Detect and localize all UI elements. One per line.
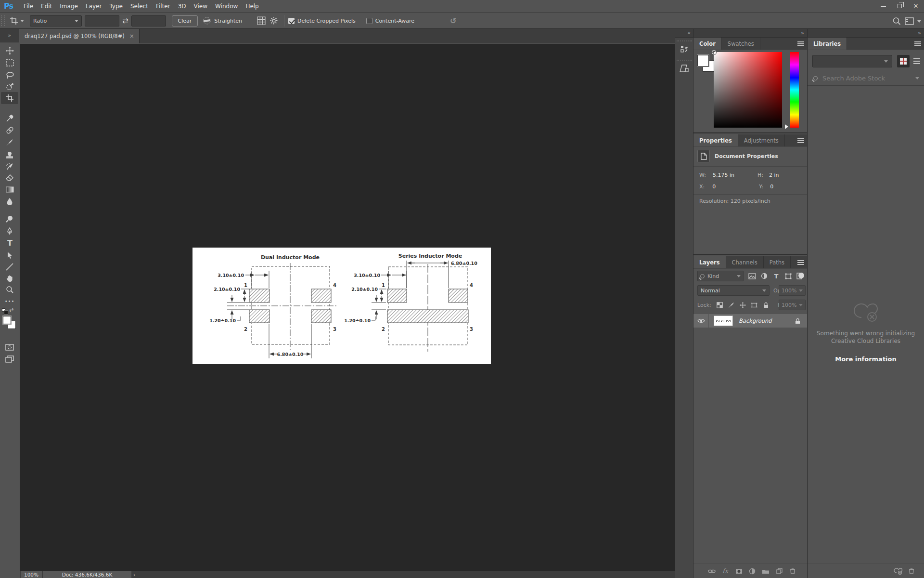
menu-view[interactable]: View bbox=[190, 0, 211, 13]
cloud-sync-error-icon[interactable] bbox=[891, 567, 905, 575]
menu-image[interactable]: Image bbox=[56, 0, 82, 13]
collapse-panels-button-col2[interactable]: » bbox=[808, 29, 924, 38]
clear-button[interactable]: Clear bbox=[172, 15, 198, 26]
tab-color[interactable]: Color bbox=[693, 38, 722, 50]
path-selection-tool[interactable] bbox=[1, 249, 18, 261]
collapse-panels-button-col1[interactable]: » bbox=[693, 29, 807, 38]
tab-layers[interactable]: Layers bbox=[693, 256, 726, 268]
document-tab[interactable]: draq127 pad.psd @ 100% (RGB/8#) × bbox=[20, 29, 140, 43]
restore-button[interactable] bbox=[891, 0, 908, 13]
eyedropper-tool[interactable] bbox=[1, 112, 18, 124]
menu-filter[interactable]: Filter bbox=[152, 0, 174, 13]
menu-file[interactable]: File bbox=[20, 0, 37, 13]
library-search-input[interactable] bbox=[822, 75, 904, 82]
layer-thumbnail[interactable] bbox=[714, 315, 733, 326]
filter-adjustment-layers-button[interactable] bbox=[758, 271, 770, 281]
hue-slider[interactable] bbox=[790, 52, 799, 128]
layer-visibility-toggle[interactable] bbox=[693, 314, 709, 328]
delete-cropped-pixels-option[interactable]: Delete Cropped Pixels bbox=[288, 18, 356, 24]
clone-source-panel-button[interactable] bbox=[677, 60, 692, 76]
menu-edit[interactable]: Edit bbox=[37, 0, 56, 13]
adjustment-layer-icon[interactable] bbox=[745, 568, 759, 575]
height-value[interactable]: 2 in bbox=[769, 172, 779, 178]
menu-select[interactable]: Select bbox=[127, 0, 152, 13]
width-value[interactable]: 5.175 in bbox=[713, 172, 734, 178]
lasso-tool[interactable] bbox=[1, 69, 18, 81]
foreground-color-swatch[interactable] bbox=[3, 316, 11, 324]
crop-tool[interactable] bbox=[1, 92, 18, 104]
hand-tool[interactable] bbox=[1, 272, 18, 284]
saturation-brightness-field[interactable] bbox=[714, 52, 782, 128]
layer-row-background[interactable]: Background bbox=[693, 314, 807, 328]
search-icon[interactable] bbox=[890, 15, 903, 27]
minimize-button[interactable] bbox=[875, 0, 891, 13]
expand-panels-button[interactable]: « bbox=[675, 29, 693, 38]
x-value[interactable]: 0 bbox=[712, 184, 716, 190]
crop-settings-gear-icon[interactable] bbox=[268, 15, 280, 26]
menu-layer[interactable]: Layer bbox=[82, 0, 105, 13]
tab-libraries[interactable]: Libraries bbox=[808, 38, 847, 50]
menu-3d[interactable]: 3D bbox=[174, 0, 190, 13]
tab-properties[interactable]: Properties bbox=[693, 134, 738, 146]
canvas-area[interactable]: Dual Inductor Mode 1 4 2 3 bbox=[20, 44, 675, 571]
list-view-button[interactable] bbox=[911, 55, 923, 67]
libraries-panel-menu-icon[interactable] bbox=[911, 38, 924, 50]
chevron-down-icon[interactable] bbox=[915, 77, 919, 79]
foreground-color-swatch[interactable] bbox=[697, 55, 709, 66]
document-size-field[interactable]: Doc: 436.6K/436.6K bbox=[43, 571, 131, 578]
color-picker-cursor[interactable] bbox=[712, 50, 716, 54]
screen-mode-button[interactable] bbox=[1, 353, 18, 365]
lock-all-button[interactable] bbox=[760, 300, 771, 310]
status-chevron-icon[interactable]: › bbox=[133, 572, 135, 578]
fill-select[interactable]: 100% bbox=[779, 300, 806, 310]
library-select[interactable] bbox=[812, 55, 892, 67]
layer-effects-icon[interactable]: fx bbox=[719, 567, 732, 575]
foreground-background-colors[interactable] bbox=[3, 316, 17, 330]
move-tool[interactable] bbox=[1, 45, 18, 57]
layer-filter-kind-select[interactable]: Kind bbox=[697, 271, 744, 281]
color-panel-menu-icon[interactable] bbox=[795, 38, 807, 50]
blur-tool[interactable] bbox=[1, 195, 18, 207]
new-layer-icon[interactable] bbox=[772, 568, 786, 574]
default-swap-colors-widget[interactable]: ⇄ bbox=[2, 306, 17, 313]
more-information-link[interactable]: More information bbox=[835, 355, 897, 363]
pen-tool[interactable] bbox=[1, 225, 18, 237]
menu-type[interactable]: Type bbox=[105, 0, 127, 13]
menu-window[interactable]: Window bbox=[211, 0, 242, 13]
spot-healing-brush-tool[interactable] bbox=[1, 124, 18, 136]
content-aware-option[interactable]: Content-Aware bbox=[366, 18, 414, 24]
opacity-select[interactable]: 100% bbox=[779, 285, 806, 296]
filter-type-layers-button[interactable]: T bbox=[770, 271, 782, 281]
layers-panel-menu-icon[interactable] bbox=[795, 256, 807, 268]
menu-help[interactable]: Help bbox=[242, 0, 262, 13]
grid-view-button[interactable] bbox=[897, 55, 910, 67]
filter-pixel-layers-button[interactable] bbox=[746, 271, 758, 281]
filter-toggle-dot[interactable] bbox=[798, 273, 804, 278]
content-aware-checkbox[interactable] bbox=[366, 18, 372, 24]
tab-channels[interactable]: Channels bbox=[726, 256, 764, 268]
swap-colors-icon[interactable]: ⇄ bbox=[9, 307, 13, 313]
properties-panel-menu-icon[interactable] bbox=[795, 134, 807, 146]
zoom-level-field[interactable]: 100% bbox=[21, 571, 42, 578]
dodge-tool[interactable] bbox=[1, 213, 18, 225]
add-layer-mask-icon[interactable] bbox=[732, 568, 745, 574]
clone-stamp-tool[interactable] bbox=[1, 148, 18, 160]
history-panel-button[interactable] bbox=[677, 40, 692, 57]
straighten-label[interactable]: Straighten bbox=[214, 18, 242, 24]
gradient-tool[interactable] bbox=[1, 184, 18, 196]
quick-mask-button[interactable] bbox=[1, 341, 18, 353]
delete-library-item-icon[interactable] bbox=[905, 568, 918, 574]
straighten-icon[interactable] bbox=[201, 15, 213, 26]
lock-image-pixels-button[interactable] bbox=[725, 300, 737, 310]
delete-cropped-pixels-checkbox[interactable] bbox=[288, 18, 295, 24]
zoom-tool[interactable] bbox=[1, 283, 18, 295]
swap-dimensions-icon[interactable]: ⇄ bbox=[122, 16, 128, 25]
workspace-layout-icon[interactable] bbox=[903, 15, 915, 27]
tab-paths[interactable]: Paths bbox=[764, 256, 791, 268]
document-image[interactable]: Dual Inductor Mode 1 4 2 3 bbox=[192, 248, 491, 364]
lock-position-button[interactable] bbox=[737, 300, 748, 310]
lock-artboard-button[interactable] bbox=[748, 300, 760, 310]
ratio-select[interactable]: Ratio bbox=[30, 15, 82, 26]
ratio-width-input[interactable] bbox=[85, 15, 119, 26]
tab-adjustments[interactable]: Adjustments bbox=[738, 134, 785, 146]
